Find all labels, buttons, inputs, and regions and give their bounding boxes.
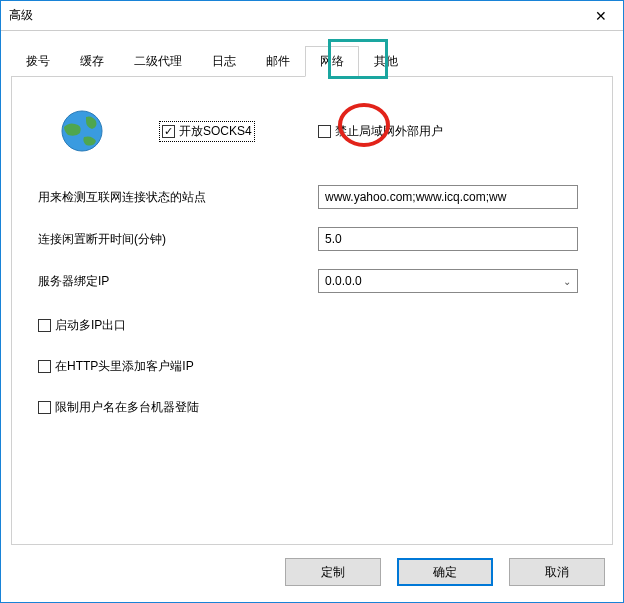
checkbox-label: 开放SOCKS4 (179, 123, 252, 140)
globe-icon (58, 107, 106, 155)
idle-timeout-input[interactable] (318, 227, 578, 251)
checkbox-icon (38, 319, 51, 332)
checkbox-add-client-ip[interactable]: 在HTTP头里添加客户端IP (38, 358, 586, 375)
idle-timeout-label: 连接闲置断开时间(分钟) (38, 231, 318, 248)
window-title: 高级 (9, 7, 33, 24)
tab-mail[interactable]: 邮件 (251, 46, 305, 77)
tab-content-network: 开放SOCKS4 禁止局域网外部用户 用来检测互联网连接状态的站点 连接闲置断开… (11, 77, 613, 545)
ok-button[interactable]: 确定 (397, 558, 493, 586)
tab-dial[interactable]: 拨号 (11, 46, 65, 77)
row-bind-ip: 服务器绑定IP 0.0.0.0 ⌄ (38, 269, 586, 293)
bind-ip-label: 服务器绑定IP (38, 273, 318, 290)
close-icon: ✕ (595, 8, 607, 24)
button-row: 定制 确定 取消 (285, 558, 605, 586)
tab-secondary-proxy[interactable]: 二级代理 (119, 46, 197, 77)
detect-sites-input[interactable] (318, 185, 578, 209)
row-idle-timeout: 连接闲置断开时间(分钟) (38, 227, 586, 251)
tab-cache[interactable]: 缓存 (65, 46, 119, 77)
checkbox-label: 在HTTP头里添加客户端IP (55, 358, 194, 375)
tab-other[interactable]: 其他 (359, 46, 413, 77)
detect-sites-label: 用来检测互联网连接状态的站点 (38, 189, 318, 206)
checkbox-icon (38, 360, 51, 373)
checkbox-label: 禁止局域网外部用户 (335, 123, 443, 140)
chevron-down-icon: ⌄ (563, 276, 571, 287)
checkbox-icon (162, 125, 175, 138)
tabs-container: 拨号 缓存 二级代理 日志 邮件 网络 其他 (1, 31, 623, 545)
row-detect-sites: 用来检测互联网连接状态的站点 (38, 185, 586, 209)
checkbox-multi-ip-exit[interactable]: 启动多IP出口 (38, 317, 586, 334)
checkbox-icon (38, 401, 51, 414)
tabs: 拨号 缓存 二级代理 日志 邮件 网络 其他 (11, 45, 613, 77)
bind-ip-select[interactable]: 0.0.0.0 ⌄ (318, 269, 578, 293)
checkbox-list: 启动多IP出口 在HTTP头里添加客户端IP 限制用户名在多台机器登陆 (38, 317, 586, 416)
advanced-window: 高级 ✕ 拨号 缓存 二级代理 日志 邮件 网络 其他 (0, 0, 624, 603)
checkbox-open-socks4[interactable]: 开放SOCKS4 (160, 122, 254, 141)
checkbox-limit-multi-login[interactable]: 限制用户名在多台机器登陆 (38, 399, 586, 416)
cancel-button[interactable]: 取消 (509, 558, 605, 586)
custom-button[interactable]: 定制 (285, 558, 381, 586)
top-row: 开放SOCKS4 禁止局域网外部用户 (38, 107, 586, 155)
titlebar: 高级 ✕ (1, 1, 623, 31)
tab-log[interactable]: 日志 (197, 46, 251, 77)
bind-ip-value: 0.0.0.0 (325, 274, 362, 288)
tab-network[interactable]: 网络 (305, 46, 359, 77)
checkbox-label: 限制用户名在多台机器登陆 (55, 399, 199, 416)
checkbox-forbid-external[interactable]: 禁止局域网外部用户 (318, 123, 443, 140)
checkbox-icon (318, 125, 331, 138)
checkbox-label: 启动多IP出口 (55, 317, 126, 334)
close-button[interactable]: ✕ (578, 1, 623, 31)
